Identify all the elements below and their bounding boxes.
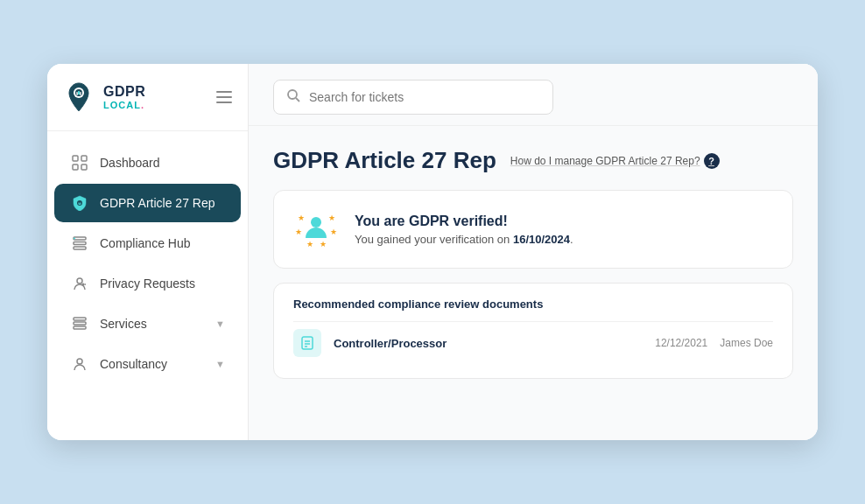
svg-rect-8 [74, 237, 86, 240]
logo: GDPR LOCAL. [63, 81, 145, 113]
hamburger-menu[interactable] [216, 91, 232, 103]
svg-text:★: ★ [295, 228, 302, 236]
app-window: GDPR LOCAL. [47, 64, 818, 440]
logo-text: GDPR LOCAL. [103, 83, 145, 111]
svg-rect-9 [74, 242, 86, 245]
verified-body: You gained your verification on 16/10/20… [355, 233, 573, 246]
svg-point-27 [311, 217, 321, 228]
svg-text:★: ★ [328, 214, 335, 222]
consultancy-chevron: ▼ [215, 359, 225, 369]
svg-rect-6 [81, 164, 87, 170]
sidebar-nav: Dashboard GDPR Article 27 Rep [47, 131, 248, 430]
sidebar-item-gdpr-article[interactable]: GDPR Article 27 Rep [54, 184, 241, 222]
svg-point-19 [288, 90, 297, 99]
sidebar-logo: GDPR LOCAL. [47, 64, 248, 131]
doc-name: Controller/Processor [334, 337, 643, 350]
compliance-hub-label: Compliance Hub [100, 236, 191, 250]
dashboard-label: Dashboard [100, 156, 160, 170]
verified-card: ★ ★ ★ ★ ★ ★ You are GDPR verified! You g… [273, 190, 793, 269]
page-header: GDPR Article 27 Rep How do I manage GDPR… [273, 147, 793, 174]
recommended-heading: Recommended compliance review documents [293, 298, 773, 311]
svg-rect-28 [302, 337, 313, 349]
svg-text:★: ★ [320, 240, 327, 248]
svg-rect-17 [74, 326, 86, 329]
doc-date: 12/12/2021 [655, 337, 707, 349]
search-icon [286, 88, 300, 106]
person-key-icon [70, 274, 89, 293]
verified-text: You are GDPR verified! You gained your v… [355, 214, 573, 246]
services-chevron: ▼ [215, 318, 225, 329]
verified-badge-icon: ★ ★ ★ ★ ★ ★ [293, 206, 339, 252]
logo-gdpr: GDPR [103, 83, 145, 100]
consultancy-label: Consultancy [100, 357, 167, 371]
table-row: Controller/Processor 12/12/2021 James Do… [293, 321, 773, 364]
grid-icon [70, 153, 89, 172]
sidebar-item-dashboard[interactable]: Dashboard [54, 144, 241, 182]
search-input[interactable] [309, 90, 540, 104]
list-check-icon [70, 234, 89, 253]
sidebar: GDPR LOCAL. [47, 64, 249, 440]
sidebar-item-consultancy[interactable]: Consultancy ▼ [54, 345, 241, 383]
main-content: GDPR Article 27 Rep How do I manage GDPR… [249, 64, 818, 440]
privacy-requests-label: Privacy Requests [100, 276, 195, 290]
sidebar-item-privacy-requests[interactable]: Privacy Requests [54, 264, 241, 303]
recommended-card: Recommended compliance review documents … [273, 283, 793, 379]
help-link-text: How do I manage GDPR Article 27 Rep? [510, 155, 700, 167]
svg-rect-4 [81, 156, 87, 161]
svg-point-13 [82, 284, 85, 286]
doc-person: James Doe [720, 337, 773, 349]
svg-text:★: ★ [306, 240, 313, 248]
help-icon: ? [704, 153, 720, 169]
shield-icon [70, 193, 89, 213]
svg-rect-16 [74, 322, 86, 325]
svg-rect-5 [73, 164, 78, 170]
services-label: Services [100, 317, 147, 331]
gdpr-article-label: GDPR Article 27 Rep [100, 196, 215, 210]
topbar [249, 64, 818, 126]
help-link[interactable]: How do I manage GDPR Article 27 Rep? ? [510, 153, 720, 169]
logo-local: LOCAL. [103, 100, 145, 111]
svg-text:★: ★ [330, 228, 337, 236]
svg-point-12 [77, 278, 82, 284]
svg-text:★: ★ [298, 214, 305, 222]
svg-line-20 [296, 98, 299, 102]
doc-icon [293, 329, 321, 357]
verified-heading: You are GDPR verified! [355, 214, 573, 229]
svg-rect-3 [73, 156, 78, 161]
page-title: GDPR Article 27 Rep [273, 147, 496, 174]
svg-rect-10 [74, 247, 86, 249]
person-icon [70, 354, 89, 374]
svg-rect-2 [78, 91, 80, 94]
svg-point-7 [77, 200, 82, 206]
gdpr-logo-icon [63, 81, 95, 113]
svg-point-18 [77, 359, 82, 364]
sidebar-item-compliance-hub[interactable]: Compliance Hub [54, 224, 241, 262]
content-area: GDPR Article 27 Rep How do I manage GDPR… [249, 126, 818, 440]
layers-icon [70, 314, 89, 333]
svg-rect-15 [74, 318, 86, 320]
search-bar[interactable] [273, 80, 553, 115]
sidebar-item-services[interactable]: Services ▼ [54, 304, 241, 343]
